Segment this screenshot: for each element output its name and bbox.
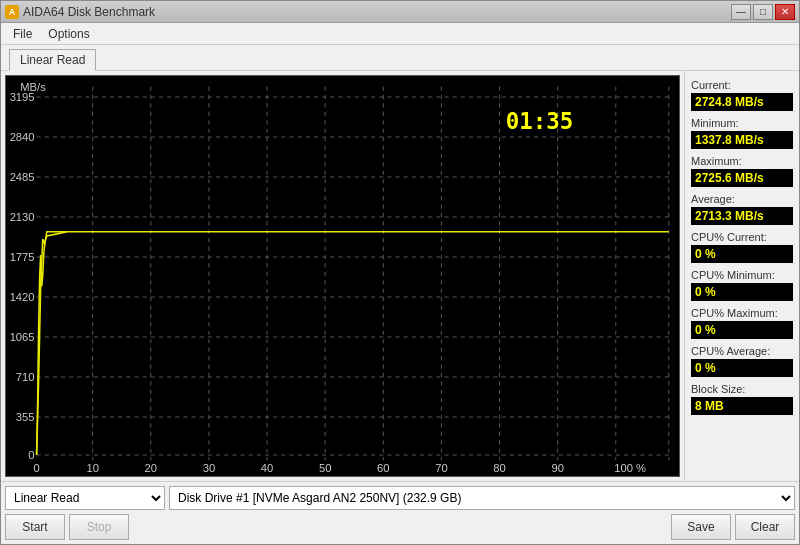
cpu-maximum-label: CPU% Maximum:: [691, 307, 793, 319]
svg-text:10: 10: [86, 462, 98, 474]
svg-text:0: 0: [33, 462, 39, 474]
average-label: Average:: [691, 193, 793, 205]
svg-text:1065: 1065: [10, 331, 35, 343]
svg-text:01:35: 01:35: [506, 107, 573, 133]
close-button[interactable]: ✕: [775, 4, 795, 20]
window-title: AIDA64 Disk Benchmark: [23, 5, 155, 19]
title-bar-left: A AIDA64 Disk Benchmark: [5, 5, 155, 19]
cpu-average-value: 0 %: [691, 359, 793, 377]
sidebar: Current: 2724.8 MB/s Minimum: 1337.8 MB/…: [684, 71, 799, 481]
block-size-value: 8 MB: [691, 397, 793, 415]
block-size-label: Block Size:: [691, 383, 793, 395]
minimum-value: 1337.8 MB/s: [691, 131, 793, 149]
svg-rect-0: [6, 76, 679, 476]
chart-svg: 3195 2840 2485 2130 1775 1420 1065 710 3…: [6, 76, 679, 476]
svg-text:80: 80: [493, 462, 505, 474]
maximize-button[interactable]: □: [753, 4, 773, 20]
chart-area: 3195 2840 2485 2130 1775 1420 1065 710 3…: [1, 71, 684, 481]
cpu-current-value: 0 %: [691, 245, 793, 263]
cpu-current-label: CPU% Current:: [691, 231, 793, 243]
controls-row2: Start Stop Save Clear: [5, 514, 795, 540]
current-label: Current:: [691, 79, 793, 91]
main-window: A AIDA64 Disk Benchmark — □ ✕ File Optio…: [0, 0, 800, 545]
svg-text:50: 50: [319, 462, 331, 474]
svg-text:40: 40: [261, 462, 273, 474]
menu-file[interactable]: File: [5, 25, 40, 43]
menu-options[interactable]: Options: [40, 25, 97, 43]
save-button[interactable]: Save: [671, 514, 731, 540]
svg-text:0: 0: [28, 449, 34, 461]
clear-button[interactable]: Clear: [735, 514, 795, 540]
svg-text:355: 355: [16, 411, 35, 423]
cpu-maximum-value: 0 %: [691, 321, 793, 339]
cpu-minimum-value: 0 %: [691, 283, 793, 301]
main-content: 3195 2840 2485 2130 1775 1420 1065 710 3…: [1, 71, 799, 481]
cpu-minimum-label: CPU% Minimum:: [691, 269, 793, 281]
average-value: 2713.3 MB/s: [691, 207, 793, 225]
current-value: 2724.8 MB/s: [691, 93, 793, 111]
svg-text:70: 70: [435, 462, 447, 474]
tab-linear-read[interactable]: Linear Read: [9, 49, 96, 71]
minimize-button[interactable]: —: [731, 4, 751, 20]
minimum-label: Minimum:: [691, 117, 793, 129]
disk-select[interactable]: Disk Drive #1 [NVMe Asgard AN2 250NV] (2…: [169, 486, 795, 510]
maximum-label: Maximum:: [691, 155, 793, 167]
svg-text:710: 710: [16, 371, 35, 383]
cpu-average-label: CPU% Average:: [691, 345, 793, 357]
svg-text:60: 60: [377, 462, 389, 474]
start-button[interactable]: Start: [5, 514, 65, 540]
app-icon: A: [5, 5, 19, 19]
menu-bar: File Options: [1, 23, 799, 45]
stop-button[interactable]: Stop: [69, 514, 129, 540]
svg-text:2130: 2130: [10, 211, 35, 223]
controls-row1: Linear Read Linear Write Random Read Ran…: [5, 486, 795, 510]
svg-text:20: 20: [145, 462, 157, 474]
svg-text:2840: 2840: [10, 131, 35, 143]
chart-container: 3195 2840 2485 2130 1775 1420 1065 710 3…: [5, 75, 680, 477]
maximum-value: 2725.6 MB/s: [691, 169, 793, 187]
title-bar: A AIDA64 Disk Benchmark — □ ✕: [1, 1, 799, 23]
svg-text:3195: 3195: [10, 91, 35, 103]
title-bar-controls: — □ ✕: [731, 4, 795, 20]
svg-text:1420: 1420: [10, 291, 35, 303]
svg-text:90: 90: [551, 462, 563, 474]
tab-bar: Linear Read: [1, 45, 799, 71]
benchmark-select[interactable]: Linear Read Linear Write Random Read Ran…: [5, 486, 165, 510]
svg-text:1775: 1775: [10, 251, 35, 263]
bottom-controls: Linear Read Linear Write Random Read Ran…: [1, 481, 799, 544]
svg-text:MB/s: MB/s: [20, 81, 46, 93]
svg-text:30: 30: [203, 462, 215, 474]
svg-text:100 %: 100 %: [614, 462, 646, 474]
svg-text:2485: 2485: [10, 171, 35, 183]
